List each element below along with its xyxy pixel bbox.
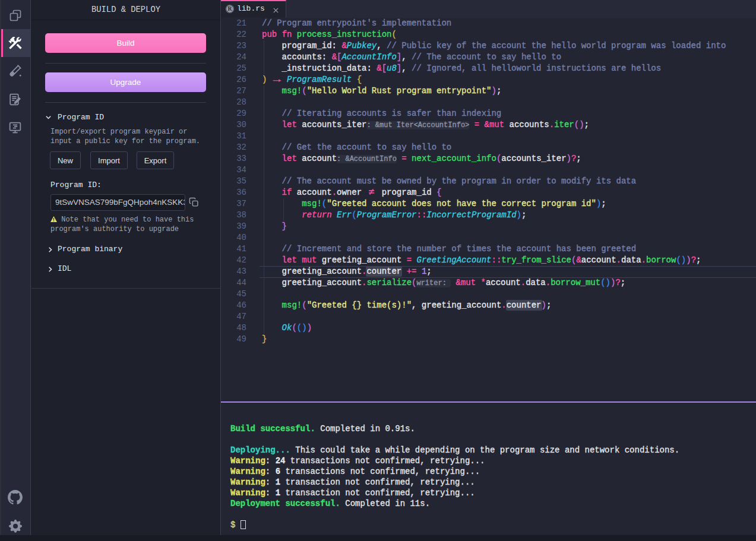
svg-text:R: R xyxy=(227,5,232,12)
